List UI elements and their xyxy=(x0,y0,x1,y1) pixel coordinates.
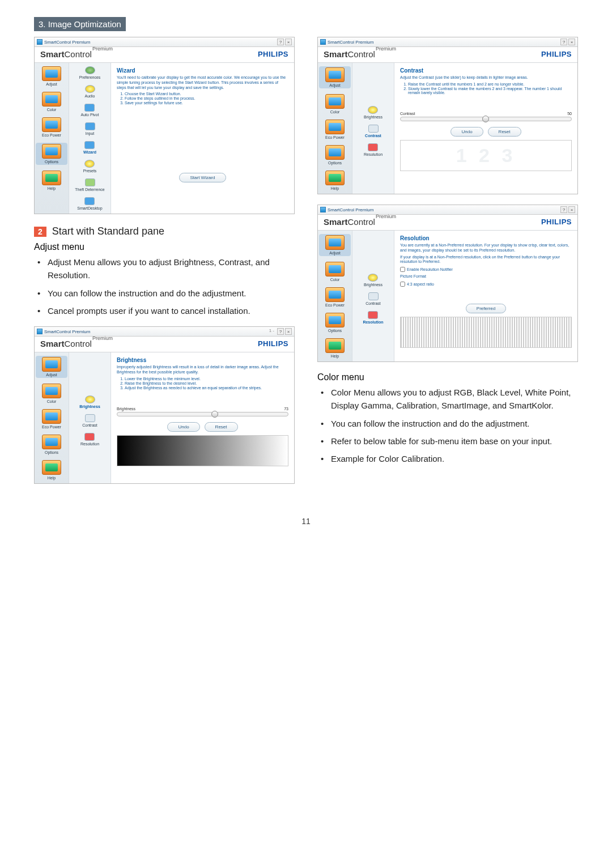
presets-icon[interactable] xyxy=(84,160,95,168)
slider-thumb[interactable] xyxy=(482,116,489,122)
adjust-b2: You can follow the instruction and do th… xyxy=(37,287,295,300)
sub-brightness[interactable]: Brightness xyxy=(364,283,382,287)
nav-eco[interactable]: Eco Power xyxy=(42,425,61,429)
sub-autopivot[interactable]: Auto Pivot xyxy=(81,113,99,117)
right-column: SmartControl Premium ?× SmartControlPrem… xyxy=(317,37,578,494)
nav-options[interactable]: Options xyxy=(328,161,342,165)
start-wizard-button[interactable]: Start Wizard xyxy=(179,173,226,182)
contrast-icon[interactable] xyxy=(368,125,379,133)
help-icon[interactable]: ? xyxy=(277,328,284,335)
brand-control: Control xyxy=(348,217,375,227)
nav-adjust-icon[interactable] xyxy=(325,67,345,82)
sub-presets[interactable]: Presets xyxy=(83,169,97,173)
sub-audio[interactable]: Audio xyxy=(85,94,95,98)
nav-options[interactable]: Options xyxy=(45,160,58,164)
nav-help-icon[interactable] xyxy=(325,171,345,185)
nav-eco[interactable]: Eco Power xyxy=(42,133,61,137)
nav-adjust[interactable]: Adjust xyxy=(329,251,340,255)
wizard-icon[interactable] xyxy=(84,141,95,149)
nav-help[interactable]: Help xyxy=(331,186,339,190)
undo-button[interactable]: Undo xyxy=(450,127,483,137)
brightness-icon[interactable] xyxy=(368,274,378,282)
sub-input[interactable]: Input xyxy=(86,131,95,135)
nav-help[interactable]: Help xyxy=(48,186,56,190)
reset-button[interactable]: Reset xyxy=(488,127,521,137)
brand-smart: Smart xyxy=(324,217,348,227)
speaker-icon[interactable] xyxy=(85,85,95,93)
gear-icon[interactable] xyxy=(85,66,95,74)
sub-smartdesktop[interactable]: SmartDesktop xyxy=(77,206,102,210)
nav-color[interactable]: Color xyxy=(47,108,57,112)
nav-adjust-icon[interactable] xyxy=(42,66,61,81)
brightness-slider[interactable] xyxy=(117,412,288,416)
nav-eco[interactable]: Eco Power xyxy=(325,303,345,307)
help-icon[interactable]: ? xyxy=(560,206,567,213)
nav-help-icon[interactable] xyxy=(325,338,345,353)
nav-adjust-icon[interactable] xyxy=(42,357,61,372)
nav-adjust[interactable]: Adjust xyxy=(46,373,57,377)
nav-color[interactable]: Color xyxy=(330,278,340,282)
nav-eco-icon[interactable] xyxy=(42,117,61,132)
nav-eco[interactable]: Eco Power xyxy=(325,135,345,139)
nav-options[interactable]: Options xyxy=(328,329,342,333)
input-icon[interactable] xyxy=(85,122,95,130)
preferred-button[interactable]: Preferred xyxy=(466,304,506,313)
nav-eco-icon[interactable] xyxy=(42,409,61,424)
close-icon[interactable]: × xyxy=(568,39,575,45)
help-icon[interactable]: ? xyxy=(277,39,284,45)
close-icon[interactable]: × xyxy=(285,39,292,45)
nav-options-icon[interactable] xyxy=(42,144,61,159)
resolution-icon[interactable] xyxy=(84,433,95,441)
brightness-icon[interactable] xyxy=(368,106,378,114)
desktop-icon[interactable] xyxy=(84,197,95,205)
sub-resolution[interactable]: Resolution xyxy=(363,320,383,324)
contrast-icon[interactable] xyxy=(368,292,379,300)
nav-eco-icon[interactable] xyxy=(325,287,345,302)
resolution-icon[interactable] xyxy=(368,143,378,151)
nav-help-icon[interactable] xyxy=(42,171,61,185)
sub-wizard[interactable]: Wizard xyxy=(83,150,96,154)
nav-adjust[interactable]: Adjust xyxy=(46,82,57,86)
nav-eco-icon[interactable] xyxy=(325,120,345,134)
nav-color[interactable]: Color xyxy=(330,110,340,114)
undo-button[interactable]: Undo xyxy=(167,422,199,432)
brand-smart: Smart xyxy=(40,339,65,348)
close-icon[interactable]: × xyxy=(285,328,292,335)
brightness-icon[interactable] xyxy=(85,395,95,403)
slider-thumb[interactable] xyxy=(211,411,218,418)
sub-brightness[interactable]: Brightness xyxy=(364,115,382,119)
sub-preferences[interactable]: Preferences xyxy=(79,75,101,79)
sub-brightness[interactable]: Brightness xyxy=(79,405,100,409)
sub-contrast[interactable]: Contrast xyxy=(366,301,380,305)
contrast-slider[interactable] xyxy=(400,117,572,121)
contrast-icon[interactable] xyxy=(85,414,95,422)
nav-color-icon[interactable] xyxy=(325,262,345,276)
nav-color-icon[interactable] xyxy=(325,94,345,109)
titlebar: SmartControl Premium 1 - ? × xyxy=(35,327,294,337)
resolution-icon[interactable] xyxy=(368,311,378,319)
close-icon[interactable]: × xyxy=(568,206,575,213)
enable-notifier-checkbox[interactable]: Enable Resolution Notifier xyxy=(400,267,572,272)
help-icon[interactable]: ? xyxy=(560,39,567,45)
nav-adjust-icon[interactable] xyxy=(325,235,345,250)
aspect-ratio-checkbox[interactable]: 4:3 aspect ratio xyxy=(400,282,572,287)
lock-icon[interactable] xyxy=(85,178,95,186)
pivot-icon[interactable] xyxy=(84,104,95,112)
nav-options[interactable]: Options xyxy=(45,450,58,454)
reset-button[interactable]: Reset xyxy=(205,422,238,432)
nav-options-icon[interactable] xyxy=(42,435,61,449)
nav-help-icon[interactable] xyxy=(42,460,61,475)
nav-color[interactable]: Color xyxy=(47,399,57,403)
nav-options-icon[interactable] xyxy=(325,145,345,160)
sub-resolution[interactable]: Resolution xyxy=(364,152,382,156)
nav-adjust[interactable]: Adjust xyxy=(329,83,340,87)
sub-theft[interactable]: Theft Deterrence xyxy=(75,188,105,192)
sub-resolution[interactable]: Resolution xyxy=(80,442,99,446)
nav-options-icon[interactable] xyxy=(325,313,345,327)
nav-help[interactable]: Help xyxy=(48,476,56,480)
nav-color-icon[interactable] xyxy=(42,92,61,107)
sub-contrast[interactable]: Contrast xyxy=(82,423,97,427)
nav-color-icon[interactable] xyxy=(42,384,61,398)
nav-help[interactable]: Help xyxy=(331,354,339,358)
sub-contrast[interactable]: Contrast xyxy=(365,134,381,138)
